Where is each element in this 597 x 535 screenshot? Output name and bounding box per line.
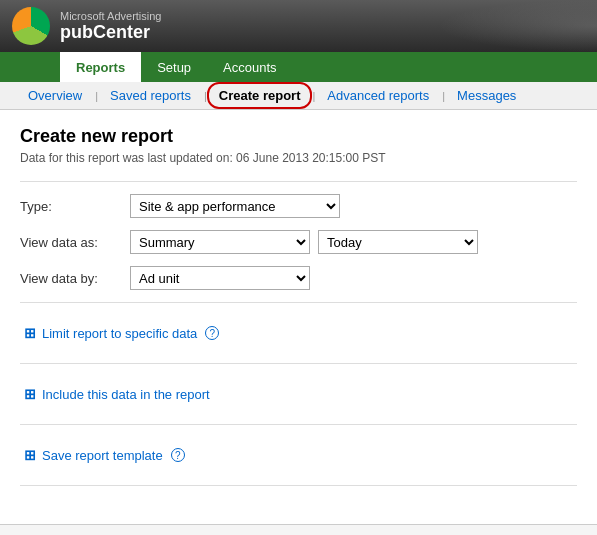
include-data-section[interactable]: ⊞ Include this data in the report	[20, 376, 577, 412]
logo-icon	[12, 7, 50, 45]
top-nav-setup[interactable]: Setup	[141, 52, 207, 82]
type-select[interactable]: Site & app performance Ad unit performan…	[130, 194, 340, 218]
view-by-row: View data by: Ad unit Site App	[20, 266, 577, 290]
subnav-create-report[interactable]: Create report	[207, 82, 313, 109]
expand-save-icon: ⊞	[24, 447, 36, 463]
view-as-controls: Summary Daily Weekly Monthly Today Yeste…	[130, 230, 478, 254]
type-controls: Site & app performance Ad unit performan…	[130, 194, 340, 218]
ms-label: Microsoft Advertising	[60, 10, 161, 22]
divider-3	[20, 363, 577, 364]
subnav-messages[interactable]: Messages	[445, 82, 529, 109]
subnav-saved-reports[interactable]: Saved reports	[98, 82, 204, 109]
page-title: Create new report	[20, 126, 577, 147]
app-header: Microsoft Advertising pubCenter	[0, 0, 597, 52]
expand-include-icon: ⊞	[24, 386, 36, 402]
main-content: Create new report Data for this report w…	[0, 110, 597, 514]
subnav-overview[interactable]: Overview	[16, 82, 95, 109]
view-by-controls: Ad unit Site App	[130, 266, 310, 290]
view-by-label: View data by:	[20, 271, 130, 286]
top-navigation: Reports Setup Accounts	[0, 52, 597, 82]
subnav-advanced-reports[interactable]: Advanced reports	[315, 82, 442, 109]
type-label: Type:	[20, 199, 130, 214]
type-row: Type: Site & app performance Ad unit per…	[20, 194, 577, 218]
divider-5	[20, 485, 577, 486]
limit-report-label: Limit report to specific data	[42, 326, 197, 341]
limit-report-section[interactable]: ⊞ Limit report to specific data ?	[20, 315, 577, 351]
limit-help-icon[interactable]: ?	[205, 326, 219, 340]
view-by-select[interactable]: Ad unit Site App	[130, 266, 310, 290]
divider-1	[20, 181, 577, 182]
divider-2	[20, 302, 577, 303]
sub-navigation: Overview | Saved reports | Create report…	[0, 82, 597, 110]
view-as-label: View data as:	[20, 235, 130, 250]
view-as-row: View data as: Summary Daily Weekly Month…	[20, 230, 577, 254]
top-nav-reports[interactable]: Reports	[60, 52, 141, 82]
last-updated-text: Data for this report was last updated on…	[20, 151, 577, 165]
date-select[interactable]: Today Yesterday Last 7 days Last 30 days…	[318, 230, 478, 254]
save-template-section[interactable]: ⊞ Save report template ?	[20, 437, 577, 473]
save-template-label: Save report template	[42, 448, 163, 463]
brand-label: pubCenter	[60, 22, 161, 43]
divider-4	[20, 424, 577, 425]
header-watermark	[437, 0, 597, 52]
top-nav-accounts[interactable]: Accounts	[207, 52, 292, 82]
include-data-label: Include this data in the report	[42, 387, 210, 402]
expand-limit-icon: ⊞	[24, 325, 36, 341]
run-report-section: Run report	[0, 524, 597, 535]
save-help-icon[interactable]: ?	[171, 448, 185, 462]
view-as-select[interactable]: Summary Daily Weekly Monthly	[130, 230, 310, 254]
